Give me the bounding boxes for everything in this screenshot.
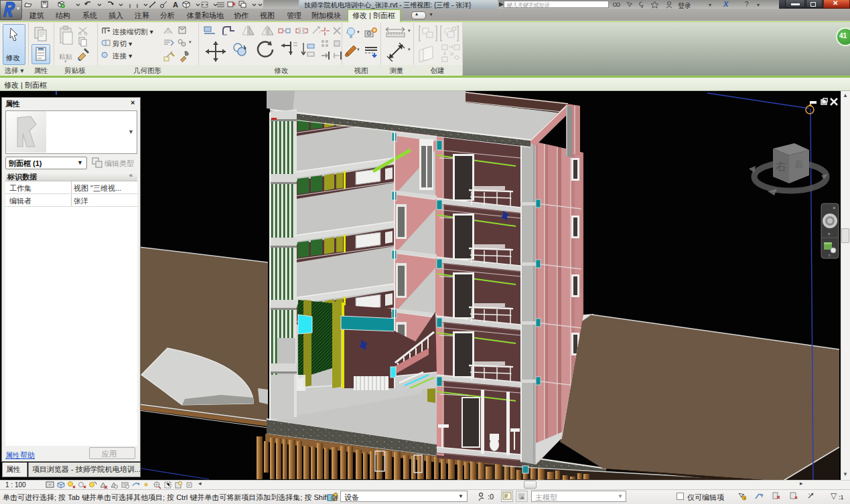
svg-text:▾: ▾ [828, 232, 831, 236]
svg-text:≡: ≡ [828, 253, 831, 258]
svg-text:A: A [173, 1, 178, 9]
svg-text:右: 右 [776, 161, 786, 172]
svg-text:×: × [833, 205, 836, 211]
svg-text:后: 后 [794, 159, 803, 169]
